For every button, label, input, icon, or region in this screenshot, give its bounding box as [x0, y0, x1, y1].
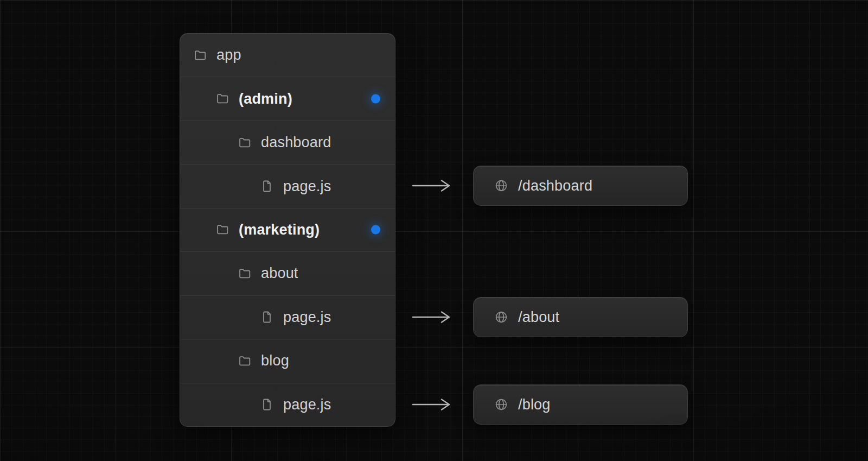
tree-row-label: about — [261, 265, 298, 282]
route-group-dot — [371, 225, 380, 235]
file-tree-panel: app(admin)dashboardpage.js(marketing)abo… — [180, 33, 395, 427]
folder-icon — [215, 92, 229, 106]
folder-icon — [238, 136, 252, 150]
tree-row-label: (admin) — [239, 91, 292, 108]
tree-row-label: (marketing) — [239, 222, 320, 238]
tree-row-admin: (admin) — [180, 77, 395, 120]
globe-icon — [494, 397, 508, 412]
arrow-right-icon — [411, 179, 457, 193]
tree-row-page-js: page.js — [180, 164, 395, 207]
arrow-right-icon — [411, 310, 457, 324]
route-path-label: /dashboard — [518, 178, 592, 194]
folder-icon — [238, 267, 252, 281]
file-icon — [260, 310, 274, 324]
route-chip-about: /about — [473, 297, 688, 337]
file-icon — [260, 179, 274, 193]
tree-row-label: app — [216, 47, 241, 64]
route-path-label: /about — [518, 309, 559, 326]
tree-row-label: page.js — [283, 396, 331, 413]
tree-row-label: page.js — [283, 309, 331, 326]
tree-row-label: page.js — [283, 178, 331, 195]
tree-row-dashboard: dashboard — [180, 121, 395, 164]
tree-row-page-js: page.js — [180, 295, 395, 339]
route-group-dot — [371, 94, 380, 104]
route-groups-diagram: app(admin)dashboardpage.js(marketing)abo… — [0, 0, 868, 461]
tree-row-about: about — [180, 251, 395, 295]
globe-icon — [494, 179, 508, 193]
tree-row-app: app — [180, 34, 395, 77]
globe-icon — [494, 310, 508, 324]
tree-row-marketing: (marketing) — [180, 208, 395, 251]
route-chip-blog: /blog — [473, 384, 688, 425]
tree-row-page-js: page.js — [180, 383, 395, 426]
tree-row-label: dashboard — [261, 134, 331, 151]
route-path-label: /blog — [518, 396, 551, 413]
tree-row-label: blog — [261, 352, 289, 369]
arrow-right-icon — [411, 397, 457, 412]
route-chip-dashboard: /dashboard — [473, 166, 688, 206]
file-icon — [260, 397, 274, 412]
folder-icon — [215, 223, 229, 237]
folder-icon — [193, 48, 207, 62]
folder-icon — [238, 354, 252, 368]
tree-row-blog: blog — [180, 339, 395, 382]
